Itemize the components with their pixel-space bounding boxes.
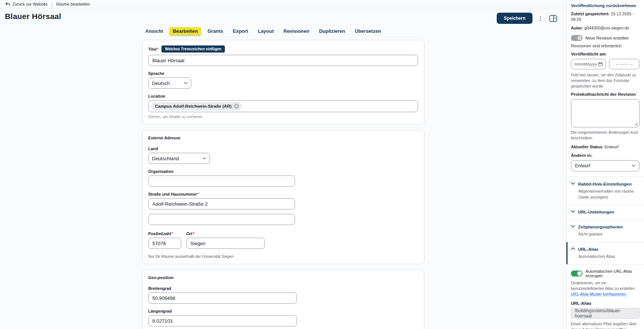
page-header: Blauer Hörsaal Speichern ⋮ bbox=[0, 8, 566, 24]
postal-code-label: Postleitzahl* bbox=[148, 231, 181, 236]
location-label: Location bbox=[148, 94, 418, 98]
back-to-site-label: Zurück zur Website bbox=[12, 2, 48, 6]
section-url-redirects-header[interactable]: URL-Umleitungen bbox=[571, 209, 640, 215]
language-select[interactable]: Deutsch bbox=[148, 77, 191, 89]
more-actions-icon[interactable]: ⋮ bbox=[537, 14, 544, 23]
tab-layout[interactable]: Layout bbox=[254, 27, 277, 35]
section-scheduling-header[interactable]: Zeitplanungsoptionen bbox=[571, 224, 640, 230]
city-input[interactable] bbox=[186, 238, 265, 249]
unpublish-link[interactable]: Veröffentlichung zurücknehmen bbox=[571, 3, 640, 8]
url-alias-input: /buildingsrooms/blauer-hoersaal bbox=[571, 308, 640, 319]
section-url-alias: URL-Alias Automatisches Alias bbox=[566, 242, 640, 264]
published-on-label: Veröffentlicht am bbox=[571, 52, 640, 56]
tab-ansicht[interactable]: Ansicht bbox=[142, 27, 167, 35]
auto-alias-help: Deaktivieren, um ein benutzerdefiniertes… bbox=[571, 280, 640, 297]
auto-alias-label: Automatischen URL-Alias erzeugen bbox=[585, 269, 640, 278]
remove-location-icon[interactable]: ✕ bbox=[234, 104, 239, 109]
save-button[interactable]: Speichern bbox=[497, 13, 533, 24]
title-label: Titel* bbox=[148, 47, 159, 51]
geo-position-title: Geo-position bbox=[148, 275, 418, 280]
main-area: Zurück zur Website | Räume bearbeiten Bl… bbox=[0, 0, 566, 329]
external-address-title: Externe Adresse bbox=[148, 136, 418, 140]
external-address-card: Externe Adresse Land Deutschland Organis… bbox=[142, 130, 424, 264]
section-scheduling: Zeitplanungsoptionen Nicht geplant bbox=[571, 220, 640, 242]
tab-uebersetzen[interactable]: Übersetzen bbox=[352, 27, 384, 35]
section-summary: Allgemeinverhalten von räume (Seite anze… bbox=[578, 189, 640, 200]
required-marker: * bbox=[172, 231, 173, 236]
tab-bearbeiten[interactable]: Bearbeiten bbox=[169, 27, 201, 35]
chevron-up-icon bbox=[571, 247, 575, 250]
auto-alias-row: Automatischen URL-Alias erzeugen bbox=[571, 269, 640, 278]
url-alias-panel: Automatischen URL-Alias erzeugen Deaktiv… bbox=[571, 265, 640, 329]
separator-hint-badge: Welches Trennzeichen einfügen bbox=[161, 45, 225, 53]
current-status: Aktueller Status: Entwurf bbox=[571, 144, 640, 150]
chevron-down-icon bbox=[632, 165, 635, 167]
postal-code-input[interactable] bbox=[148, 238, 181, 249]
required-marker: * bbox=[193, 231, 194, 236]
location-input[interactable]: Campus Adolf-Reichwein-Straße (AR) ✕ bbox=[148, 100, 418, 112]
page-title: Blauer Hörsaal bbox=[5, 12, 61, 21]
url-alias-help: Einen alternativen Pfad angeben über den… bbox=[571, 321, 640, 329]
section-rabbit-hole-header[interactable]: Rabbit-Hole-Einstellungen bbox=[571, 181, 640, 187]
section-summary: Automatisches Alias bbox=[578, 254, 640, 260]
section-rabbit-hole: Rabbit-Hole-Einstellungen Allgemeinverha… bbox=[571, 177, 640, 205]
edit-form: Titel* Welches Trennzeichen einfügen Spr… bbox=[0, 35, 566, 329]
auto-alias-toggle[interactable] bbox=[571, 271, 582, 276]
admin-toolbar: Zurück zur Website | Räume bearbeiten bbox=[0, 0, 566, 8]
back-to-site-link[interactable]: Zurück zur Website bbox=[5, 2, 48, 6]
settings-sidebar: Veröffentlichung zurücknehmen Zuletzt ge… bbox=[566, 0, 644, 329]
required-marker: * bbox=[197, 192, 199, 196]
rooms-edit-link[interactable]: Räume bearbeiten bbox=[56, 2, 90, 6]
section-url-alias-header[interactable]: URL-Alias bbox=[571, 247, 640, 252]
moderation-state-select[interactable]: Entwurf bbox=[571, 160, 640, 171]
latitude-input[interactable] bbox=[148, 292, 297, 304]
published-on-fields: mm/dd/yyyy --:--:-- -- bbox=[571, 59, 640, 69]
tab-grants[interactable]: Grants bbox=[204, 27, 226, 35]
alias-pattern-link[interactable]: URL-Alias-Muster konfigurieren. bbox=[571, 292, 626, 296]
required-marker: * bbox=[157, 47, 158, 51]
country-select[interactable]: Deutschland bbox=[148, 153, 210, 164]
language-label: Sprache bbox=[148, 71, 418, 76]
street-input[interactable] bbox=[148, 198, 295, 209]
chevron-down-icon bbox=[571, 225, 575, 228]
tab-bar: Ansicht Bearbeiten Grants Export Layout … bbox=[142, 27, 424, 35]
geo-position-card: Geo-position Breitengrad Längengrad bbox=[142, 270, 424, 329]
last-saved: Zuletzt gespeichert: 15.12.2025 - 09:29 bbox=[571, 11, 640, 22]
log-message-textarea[interactable] bbox=[571, 99, 640, 127]
tab-duplizieren[interactable]: Duplizieren bbox=[315, 27, 348, 35]
revisions-required-note: Revisionen sind erforderlich. bbox=[571, 43, 640, 49]
organisation-input[interactable] bbox=[148, 175, 295, 187]
change-to-label: Ändern in: bbox=[571, 153, 640, 158]
country-label: Land bbox=[148, 146, 418, 151]
longitude-label: Längengrad bbox=[148, 309, 418, 313]
street-input-2[interactable] bbox=[148, 214, 295, 225]
back-arrow-icon bbox=[5, 2, 10, 6]
url-alias-label: URL-Alias bbox=[571, 301, 640, 306]
title-input[interactable] bbox=[148, 55, 418, 66]
tab-export[interactable]: Export bbox=[229, 27, 251, 35]
published-on-help: Feld leer lassen, um den Zeitpunkt zu ve… bbox=[571, 72, 640, 89]
toolbar-divider: | bbox=[51, 1, 53, 7]
publish-date-input[interactable]: mm/dd/yyyy bbox=[571, 59, 606, 69]
calendar-icon[interactable] bbox=[598, 62, 603, 66]
log-message-wrap bbox=[571, 99, 640, 127]
log-message-help: Die vorgenommenen Änderungen kurz beschr… bbox=[571, 130, 640, 140]
author: Autor: g044350@uni-siegen.de bbox=[571, 25, 640, 31]
street-label: Straße und Hausnummer* bbox=[148, 192, 418, 196]
title-language-location-card: Titel* Welches Trennzeichen einfügen Spr… bbox=[142, 40, 424, 124]
section-summary: Nicht geplant bbox=[578, 231, 640, 237]
location-chip[interactable]: Campus Adolf-Reichwein-Straße (AR) ✕ bbox=[151, 102, 242, 110]
tab-revisionen[interactable]: Revisionen bbox=[280, 27, 312, 35]
sidebar-toggle-icon[interactable] bbox=[549, 14, 558, 23]
publish-time-input[interactable]: --:--:-- -- bbox=[609, 59, 640, 69]
latitude-label: Breitengrad bbox=[148, 286, 418, 291]
new-revision-toggle[interactable] bbox=[571, 35, 582, 41]
chevron-down-icon bbox=[571, 182, 575, 185]
location-help: Ziehen, um Inhalte zu sortieren. bbox=[148, 114, 418, 119]
new-revision-row: Neue Revision erstellen bbox=[571, 35, 640, 41]
longitude-input[interactable] bbox=[148, 315, 297, 326]
header-actions: Speichern ⋮ bbox=[497, 13, 558, 24]
chevron-down-icon bbox=[571, 210, 575, 213]
chevron-down-icon bbox=[202, 157, 206, 159]
section-url-redirects: URL-Umleitungen bbox=[571, 205, 640, 219]
